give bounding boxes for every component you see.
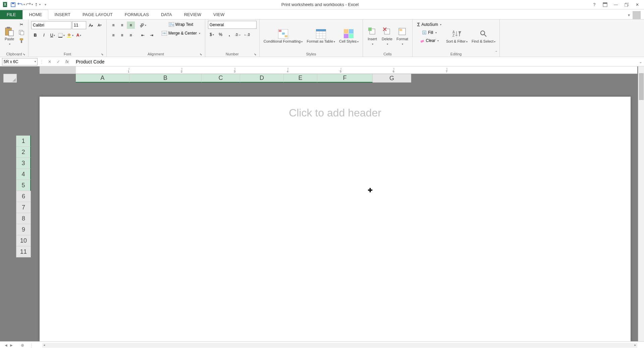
redo-icon[interactable]: ▾	[25, 1, 33, 8]
clear-button[interactable]: Clear▾	[415, 37, 443, 44]
align-bottom-icon[interactable]: ≡	[127, 21, 135, 29]
restore-icon[interactable]	[623, 1, 630, 8]
cut-icon[interactable]: ✂	[17, 21, 25, 28]
cell-styles-button[interactable]: Cell Styles▾	[338, 21, 360, 51]
number-format-select[interactable]	[208, 21, 257, 29]
align-center-icon[interactable]: ≡	[118, 32, 126, 39]
tab-data[interactable]: DATA	[155, 10, 178, 19]
font-launcher-icon[interactable]: ⬊	[101, 53, 104, 56]
font-size-select[interactable]	[72, 21, 86, 29]
horizontal-scrollbar[interactable]	[42, 343, 637, 348]
enter-formula-icon[interactable]: ✓	[54, 58, 62, 65]
align-left-icon[interactable]: ≡	[109, 32, 117, 39]
sheet-nav-prev-icon[interactable]: ◄	[4, 343, 8, 348]
find-select-button[interactable]: Find & Select▾	[470, 21, 497, 51]
column-header-f[interactable]: F	[317, 74, 373, 83]
increase-font-icon[interactable]: A▴	[87, 21, 95, 29]
comma-icon[interactable]: ,	[225, 31, 233, 38]
underline-button[interactable]: U▾	[49, 32, 57, 39]
column-header-d[interactable]: D	[240, 74, 284, 83]
alignment-launcher-icon[interactable]: ⬊	[200, 53, 202, 56]
tab-formulas[interactable]: FORMULAS	[119, 10, 155, 19]
add-sheet-icon[interactable]: ⊕	[17, 343, 28, 348]
tab-file[interactable]: FILE	[0, 10, 22, 19]
minimize-icon[interactable]: —	[612, 1, 619, 8]
format-button[interactable]: Format▾	[395, 21, 410, 51]
row-header-9[interactable]: 9	[16, 224, 31, 235]
paste-button[interactable]: Paste▾	[3, 21, 16, 51]
select-all-corner[interactable]	[3, 74, 17, 83]
number-launcher-icon[interactable]: ⬊	[254, 53, 257, 56]
italic-button[interactable]: I	[40, 32, 48, 39]
close-icon[interactable]: ✕	[634, 1, 641, 8]
sheet-nav-next-icon[interactable]: ►	[9, 343, 13, 348]
borders-icon[interactable]: ▾	[57, 32, 65, 39]
page-header-placeholder[interactable]: Click to add header	[40, 97, 631, 129]
name-box[interactable]: 5R x 6C▾	[2, 58, 38, 65]
currency-icon[interactable]: $▾	[208, 31, 216, 38]
row-header-6[interactable]: 6	[16, 191, 31, 202]
save-icon[interactable]	[9, 1, 17, 8]
undo-icon[interactable]: ▾	[17, 1, 25, 8]
font-name-select[interactable]	[31, 21, 71, 29]
align-top-icon[interactable]: ≡	[109, 21, 117, 29]
ribbon-dropdown-icon[interactable]: ▾	[628, 13, 630, 17]
tab-insert[interactable]: INSERT	[48, 10, 76, 19]
row-header-7[interactable]: 7	[16, 202, 31, 213]
orientation-icon[interactable]: ab▾	[139, 21, 147, 29]
fx-icon[interactable]: fx	[63, 58, 71, 65]
percent-icon[interactable]: %	[217, 31, 225, 38]
format-painter-icon[interactable]	[17, 37, 25, 44]
align-middle-icon[interactable]: ≡	[118, 21, 126, 29]
row-header-10[interactable]: 10	[16, 235, 31, 246]
help-icon[interactable]: ?	[591, 1, 598, 8]
row-header-1[interactable]: 1	[16, 136, 31, 147]
tab-home[interactable]: HOME	[22, 10, 48, 19]
formula-input[interactable]	[73, 58, 637, 65]
touch-mode-icon[interactable]: ▾	[34, 1, 41, 8]
row-header-11[interactable]: 11	[16, 246, 31, 257]
tab-review[interactable]: REVIEW	[178, 10, 207, 19]
increase-decimal-icon[interactable]: .0→	[234, 31, 242, 38]
column-header-g[interactable]: G	[373, 74, 411, 83]
tab-view[interactable]: VIEW	[207, 10, 230, 19]
autosum-button[interactable]: ΣAutoSum▾	[415, 21, 443, 28]
column-header-b[interactable]: B	[129, 74, 202, 83]
expand-formula-icon[interactable]: ⌄	[637, 59, 644, 64]
conditional-formatting-button[interactable]: Conditional Formatting▾	[262, 21, 304, 51]
align-right-icon[interactable]: ≡	[127, 32, 135, 39]
collapse-ribbon-icon[interactable]: ˆ	[495, 51, 497, 55]
merge-center-button[interactable]: Merge & Center▾	[160, 30, 202, 37]
increase-indent-icon[interactable]: ⇥	[148, 32, 156, 39]
column-header-e[interactable]: E	[284, 74, 317, 83]
fill-button[interactable]: Fill▾	[415, 29, 443, 36]
qat-customize-icon[interactable]: ▾	[42, 1, 49, 8]
wrap-text-button[interactable]: Wrap Text	[160, 21, 202, 28]
clipboard-launcher-icon[interactable]: ⬊	[23, 53, 25, 56]
font-color-icon[interactable]: A▾	[75, 32, 83, 39]
user-avatar[interactable]	[633, 11, 641, 19]
copy-icon[interactable]	[17, 29, 25, 36]
row-header-8[interactable]: 8	[16, 213, 31, 224]
decrease-indent-icon[interactable]: ⇤	[139, 32, 147, 39]
column-header-c[interactable]: C	[202, 74, 240, 83]
sort-filter-button[interactable]: AZ Sort & Filter▾	[445, 21, 469, 51]
column-headers: ABCDEFG	[76, 74, 411, 83]
decrease-decimal-icon[interactable]: ←.0	[243, 31, 251, 38]
horizontal-ruler[interactable]: 1234567	[40, 66, 637, 74]
fill-color-icon[interactable]: ▾	[66, 32, 74, 39]
row-header-2[interactable]: 2	[16, 147, 31, 158]
row-header-4[interactable]: 4	[16, 169, 31, 180]
bold-button[interactable]: B	[31, 32, 39, 39]
cancel-formula-icon[interactable]: ✕	[46, 58, 54, 65]
insert-button[interactable]: Insert▾	[366, 21, 379, 51]
delete-button[interactable]: Delete▾	[380, 21, 394, 51]
decrease-font-icon[interactable]: A▾	[96, 21, 104, 29]
vertical-scrollbar[interactable]	[638, 66, 644, 341]
tab-page-layout[interactable]: PAGE LAYOUT	[76, 10, 119, 19]
column-header-a[interactable]: A	[76, 74, 129, 83]
format-as-table-button[interactable]: Format as Table▾	[305, 21, 336, 51]
ribbon-display-icon[interactable]	[602, 1, 608, 8]
row-header-5[interactable]: 5	[16, 180, 31, 191]
row-header-3[interactable]: 3	[16, 158, 31, 169]
